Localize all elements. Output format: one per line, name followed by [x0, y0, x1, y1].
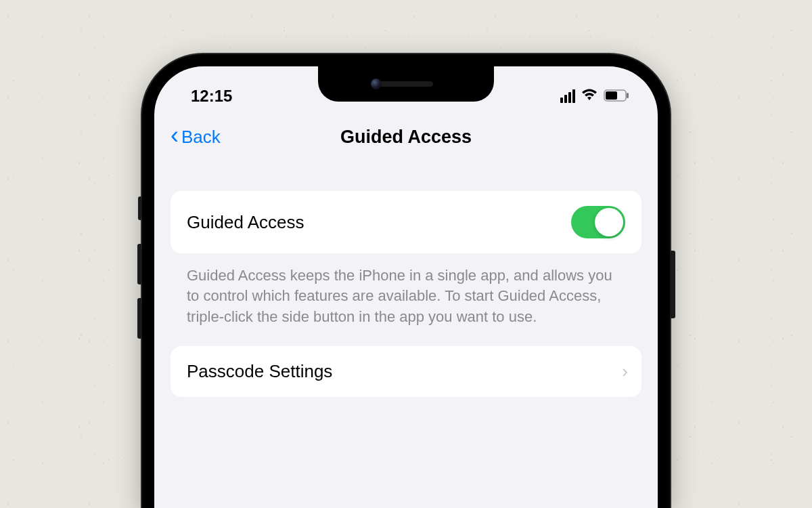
wifi-icon — [581, 87, 598, 106]
svg-rect-2 — [627, 93, 629, 98]
passcode-settings-row[interactable]: Passcode Settings › — [171, 346, 641, 397]
guided-access-description: Guided Access keeps the iPhone in a sing… — [171, 253, 641, 346]
status-time: 12:15 — [191, 87, 232, 106]
guided-access-label: Guided Access — [187, 212, 304, 233]
guided-access-toggle[interactable] — [571, 206, 625, 238]
cellular-signal-icon — [560, 89, 575, 103]
chevron-right-icon: › — [622, 361, 628, 382]
battery-icon — [604, 87, 629, 106]
content: Guided Access Guided Access keeps the iP… — [154, 164, 658, 397]
back-label: Back — [181, 127, 221, 148]
toggle-knob — [595, 208, 623, 236]
speaker-grille — [379, 81, 433, 87]
guided-access-toggle-row: Guided Access — [171, 191, 641, 253]
volume-down-button — [137, 298, 142, 339]
back-button[interactable]: ‹ Back — [171, 126, 221, 148]
power-button — [670, 251, 675, 318]
front-camera — [371, 79, 382, 89]
svg-rect-1 — [606, 91, 617, 100]
chevron-left-icon: ‹ — [171, 123, 179, 148]
page-title: Guided Access — [340, 127, 472, 148]
phone-frame: 12:15 ‹ Back Guided Access Guided Access — [142, 54, 670, 508]
volume-up-button — [137, 244, 142, 284]
screen: 12:15 ‹ Back Guided Access Guided Access — [154, 66, 658, 508]
nav-bar: ‹ Back Guided Access — [154, 114, 658, 164]
status-indicators — [560, 87, 629, 106]
mute-switch — [138, 196, 142, 220]
notch — [318, 66, 494, 102]
passcode-settings-label: Passcode Settings — [187, 361, 332, 382]
